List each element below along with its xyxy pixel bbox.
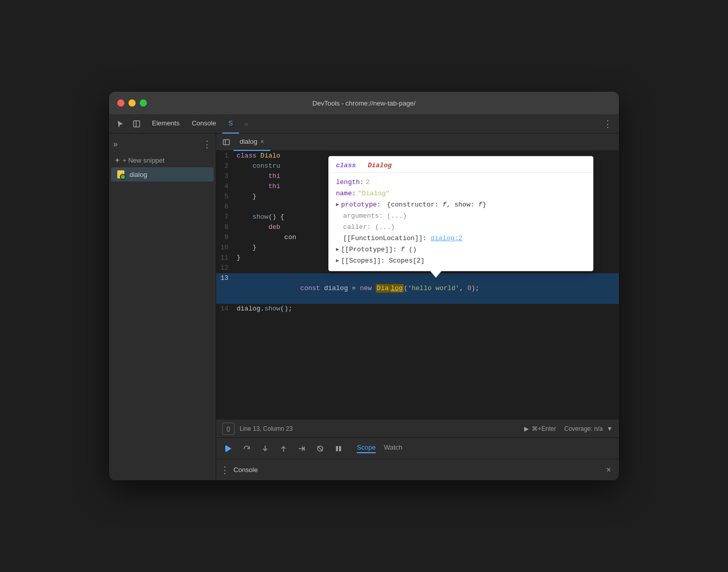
status-bar: {} Line 13, Column 23 ▶ ⌘+Enter Coverage… <box>216 419 619 437</box>
tooltip-val-funclocation[interactable]: dialog:2 <box>431 233 462 244</box>
tab-elements[interactable]: Elements <box>146 114 186 134</box>
tooltip-key-funclocation: [[FunctionLocation]]: <box>343 233 427 244</box>
sidebar-menu-icon[interactable]: ⋮ <box>202 139 212 150</box>
tooltip-key-scopes: [[Scopes]]: Scopes[2] <box>341 255 425 267</box>
deactivate-button[interactable] <box>312 440 328 457</box>
tooltip-key-length: length: <box>336 177 364 188</box>
tooltip-row-length: length: 2 <box>336 177 586 188</box>
line-number-5: 5 <box>216 192 235 202</box>
svg-marker-4 <box>226 446 231 452</box>
line-number-7: 7 <box>216 212 235 222</box>
main-content: » ⋮ + + New snippet dialog <box>109 134 619 480</box>
window-controls <box>117 99 147 107</box>
cursor-icon[interactable] <box>113 117 127 131</box>
line-code-14[interactable]: dialog.show(); <box>235 304 619 314</box>
tooltip-row-name: name: "Dialog" <box>336 188 586 199</box>
resume-button[interactable] <box>220 440 237 457</box>
line-number-14: 14 <box>216 304 235 314</box>
window-title: DevTools - chrome://new-tab-page/ <box>313 99 415 107</box>
run-controls: ▶ ⌘+Enter <box>524 425 556 432</box>
editor-tabs: dialog × <box>216 134 619 151</box>
expand-icon-proto[interactable]: ▶ <box>336 244 339 255</box>
tooltip-key-caller: caller: <box>343 222 371 233</box>
snippet-file-name: dialog <box>129 171 147 178</box>
code-area[interactable]: class Dialog length: 2 name: "Dialog" <box>216 151 619 419</box>
new-snippet-button[interactable]: + + New snippet <box>109 153 216 167</box>
line-number-2: 2 <box>216 161 235 171</box>
minimize-button[interactable] <box>128 99 136 107</box>
line-number-10: 10 <box>216 243 235 253</box>
editor-toggle-icon[interactable] <box>219 135 233 149</box>
plus-icon: + <box>115 156 119 164</box>
tooltip-row-arguments: arguments: (...) <box>336 211 586 222</box>
tooltip-key-name: name: <box>336 188 356 199</box>
status-position: Line 13, Column 23 <box>240 425 524 432</box>
line-number-12: 12 <box>216 263 235 273</box>
tab-console[interactable]: Console <box>186 114 222 134</box>
tooltip-key-proto: [[Prototype]]: f () <box>341 244 417 255</box>
line-number-6: 6 <box>216 202 235 212</box>
line-number-9: 9 <box>216 232 235 243</box>
tooltip-row-prototype[interactable]: ▶ prototype: {constructor: f, show: f} <box>336 199 586 211</box>
line-number-3: 3 <box>216 171 235 181</box>
expand-icon-scopes[interactable]: ▶ <box>336 255 339 267</box>
tooltip-val-length: 2 <box>366 177 370 188</box>
tooltip-row-caller: caller: (...) <box>336 222 586 233</box>
sidebar: » ⋮ + + New snippet dialog <box>109 134 216 480</box>
line-code-13[interactable]: const dialog = new Dialog('hello world',… <box>235 273 619 304</box>
new-snippet-label: + New snippet <box>122 157 165 164</box>
step-out-button[interactable] <box>275 440 292 457</box>
watch-tab[interactable]: Watch <box>384 444 402 453</box>
console-menu-icon[interactable]: ⋮ <box>220 464 229 476</box>
tooltip-row-proto[interactable]: ▶ [[Prototype]]: f () <box>336 244 586 255</box>
close-button[interactable] <box>117 99 124 107</box>
tooltip-arrow <box>431 271 441 277</box>
panel-icon[interactable] <box>129 117 144 131</box>
step-into-button[interactable] <box>257 440 273 457</box>
editor-tab-dialog[interactable]: dialog × <box>233 134 270 151</box>
pause-button[interactable] <box>330 440 347 457</box>
tooltip-val-arguments: (...) <box>383 211 407 222</box>
sidebar-chevron-icon[interactable]: » <box>113 140 118 149</box>
editor-tab-close-button[interactable]: × <box>261 138 264 145</box>
tooltip-val-caller: (...) <box>371 222 395 233</box>
expand-icon-prototype[interactable]: ▶ <box>336 199 339 211</box>
tooltip-header: class Dialog <box>329 157 593 173</box>
snippet-file-icon <box>117 170 125 178</box>
svg-rect-0 <box>134 121 140 127</box>
tooltip-body: length: 2 name: "Dialog" ▶ prototype: {c… <box>329 173 593 271</box>
svg-rect-13 <box>339 446 341 451</box>
run-shortcut: ⌘+Enter <box>532 425 556 432</box>
code-line-14: 14 dialog.show(); <box>216 304 619 314</box>
tooltip-key-prototype: prototype: <box>341 199 381 211</box>
tab-bar: Elements Console S » ⋮ <box>109 114 619 134</box>
run-icon[interactable]: ▶ <box>524 425 529 432</box>
line-number-13: 13 <box>216 273 235 304</box>
format-code-button[interactable]: {} <box>222 423 235 435</box>
coverage-status: Coverage: n/a <box>564 425 603 432</box>
line-number-8: 8 <box>216 222 235 232</box>
tab-sources[interactable]: S <box>222 114 239 134</box>
sidebar-item-dialog[interactable]: dialog <box>111 167 214 181</box>
debug-panel-tabs: Scope Watch <box>357 444 402 453</box>
step-over-button[interactable] <box>239 440 255 457</box>
tooltip-keyword: class <box>336 162 356 169</box>
tooltip-row-funclocation: [[FunctionLocation]]: dialog:2 <box>336 233 586 244</box>
more-tabs-button[interactable]: » <box>239 117 253 131</box>
editor-area: dialog × class Dialog length: <box>216 134 619 480</box>
tooltip-row-scopes[interactable]: ▶ [[Scopes]]: Scopes[2] <box>336 255 586 267</box>
svg-rect-5 <box>225 446 227 452</box>
code-line-13[interactable]: 13 const dialog = new Dialog('hello worl… <box>216 273 619 304</box>
scope-tab[interactable]: Scope <box>357 444 376 453</box>
console-close-button[interactable]: × <box>603 464 615 476</box>
tooltip-val-prototype: {constructor: f, show: f} <box>383 199 486 211</box>
svg-rect-2 <box>223 140 229 145</box>
debug-toolbar: Scope Watch <box>216 437 619 459</box>
step-button[interactable] <box>294 440 310 457</box>
tooltip-popup: class Dialog length: 2 name: "Dialog" <box>328 156 593 271</box>
devtools-menu-button[interactable]: ⋮ <box>601 117 615 131</box>
console-label: Console <box>233 466 599 474</box>
console-bar: ⋮ Console × <box>216 459 619 480</box>
maximize-button[interactable] <box>140 99 147 107</box>
coverage-dropdown-button[interactable]: ▼ <box>607 425 613 432</box>
